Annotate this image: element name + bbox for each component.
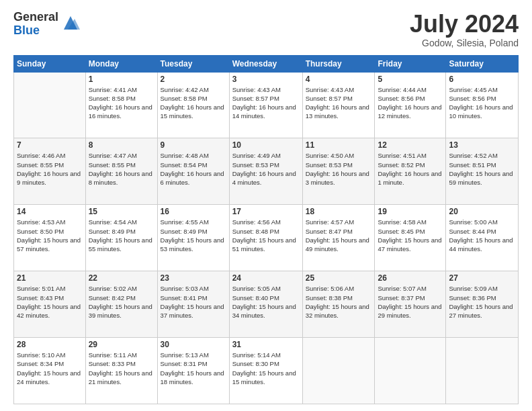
day-info: Sunrise: 4:50 AM Sunset: 8:53 PM Dayligh… [306,151,372,187]
calendar-header-row: Sunday Monday Tuesday Wednesday Thursday… [14,55,519,72]
col-saturday: Saturday [446,55,519,72]
day-number: 28 [17,340,83,349]
table-row: 3Sunrise: 4:43 AM Sunset: 8:57 PM Daylig… [229,72,302,138]
logo: General Blue [13,11,80,38]
day-number: 31 [232,340,300,349]
col-sunday: Sunday [14,55,86,72]
table-row: 23Sunrise: 5:03 AM Sunset: 8:41 PM Dayli… [157,271,229,338]
logo-general-text: General [13,11,58,24]
day-number: 25 [306,273,372,283]
day-number: 18 [306,207,372,216]
page: General Blue July 2024 Godow, Silesia, P… [0,0,532,411]
day-info: Sunrise: 4:41 AM Sunset: 8:58 PM Dayligh… [89,85,154,121]
day-number: 30 [161,340,226,349]
day-number: 13 [449,140,515,150]
day-number: 29 [89,340,154,349]
day-number: 24 [232,273,300,283]
day-info: Sunrise: 5:01 AM Sunset: 8:43 PM Dayligh… [17,284,83,320]
table-row [446,338,519,404]
title-section: July 2024 Godow, Silesia, Poland [410,11,519,48]
day-number: 2 [161,75,226,84]
table-row [302,338,375,404]
day-info: Sunrise: 5:06 AM Sunset: 8:38 PM Dayligh… [306,284,372,320]
col-friday: Friday [375,55,446,72]
day-number: 23 [161,273,226,283]
day-info: Sunrise: 4:43 AM Sunset: 8:57 PM Dayligh… [232,85,300,121]
calendar-table: Sunday Monday Tuesday Wednesday Thursday… [13,55,519,404]
day-number: 22 [89,273,154,283]
table-row: 28Sunrise: 5:10 AM Sunset: 8:34 PM Dayli… [14,338,86,404]
day-number: 16 [161,207,226,216]
table-row: 8Sunrise: 4:47 AM Sunset: 8:55 PM Daylig… [85,138,157,205]
day-number: 7 [17,140,83,150]
day-info: Sunrise: 5:14 AM Sunset: 8:30 PM Dayligh… [232,351,300,386]
day-number: 5 [378,75,443,84]
day-info: Sunrise: 4:51 AM Sunset: 8:52 PM Dayligh… [378,151,443,187]
calendar-week-row: 28Sunrise: 5:10 AM Sunset: 8:34 PM Dayli… [14,338,519,404]
table-row: 31Sunrise: 5:14 AM Sunset: 8:30 PM Dayli… [229,338,302,404]
table-row: 29Sunrise: 5:11 AM Sunset: 8:33 PM Dayli… [85,338,157,404]
day-info: Sunrise: 4:46 AM Sunset: 8:55 PM Dayligh… [17,151,83,187]
day-number: 9 [161,140,226,150]
col-thursday: Thursday [302,55,375,72]
table-row: 10Sunrise: 4:49 AM Sunset: 8:53 PM Dayli… [229,138,302,205]
table-row: 12Sunrise: 4:51 AM Sunset: 8:52 PM Dayli… [375,138,446,205]
col-wednesday: Wednesday [229,55,302,72]
day-info: Sunrise: 4:58 AM Sunset: 8:45 PM Dayligh… [378,218,443,253]
table-row: 16Sunrise: 4:55 AM Sunset: 8:49 PM Dayli… [157,205,229,271]
day-number: 3 [232,75,300,84]
day-number: 20 [449,207,515,216]
day-info: Sunrise: 4:43 AM Sunset: 8:57 PM Dayligh… [306,85,372,121]
table-row: 15Sunrise: 4:54 AM Sunset: 8:49 PM Dayli… [85,205,157,271]
table-row: 22Sunrise: 5:02 AM Sunset: 8:42 PM Dayli… [85,271,157,338]
day-info: Sunrise: 4:54 AM Sunset: 8:49 PM Dayligh… [89,218,154,253]
calendar-week-row: 14Sunrise: 4:53 AM Sunset: 8:50 PM Dayli… [14,205,519,271]
day-number: 27 [449,273,515,283]
day-number: 11 [306,140,372,150]
day-info: Sunrise: 5:02 AM Sunset: 8:42 PM Dayligh… [89,284,154,320]
day-info: Sunrise: 4:45 AM Sunset: 8:56 PM Dayligh… [449,85,515,121]
table-row: 2Sunrise: 4:42 AM Sunset: 8:58 PM Daylig… [157,72,229,138]
day-info: Sunrise: 5:07 AM Sunset: 8:37 PM Dayligh… [378,284,443,320]
table-row: 27Sunrise: 5:09 AM Sunset: 8:36 PM Dayli… [446,271,519,338]
table-row: 26Sunrise: 5:07 AM Sunset: 8:37 PM Dayli… [375,271,446,338]
logo-blue-text: Blue [13,24,58,38]
day-number: 19 [378,207,443,216]
day-number: 1 [89,75,154,84]
day-number: 12 [378,140,443,150]
day-number: 4 [306,75,372,84]
location: Godow, Silesia, Poland [410,38,519,48]
day-info: Sunrise: 4:56 AM Sunset: 8:48 PM Dayligh… [232,218,300,253]
day-info: Sunrise: 4:52 AM Sunset: 8:51 PM Dayligh… [449,151,515,187]
table-row: 6Sunrise: 4:45 AM Sunset: 8:56 PM Daylig… [446,72,519,138]
day-number: 17 [232,207,300,216]
calendar-week-row: 1Sunrise: 4:41 AM Sunset: 8:58 PM Daylig… [14,72,519,138]
table-row: 17Sunrise: 4:56 AM Sunset: 8:48 PM Dayli… [229,205,302,271]
day-info: Sunrise: 5:13 AM Sunset: 8:31 PM Dayligh… [161,351,226,386]
table-row: 9Sunrise: 4:48 AM Sunset: 8:54 PM Daylig… [157,138,229,205]
day-number: 14 [17,207,83,216]
table-row: 21Sunrise: 5:01 AM Sunset: 8:43 PM Dayli… [14,271,86,338]
day-number: 21 [17,273,83,283]
day-info: Sunrise: 5:00 AM Sunset: 8:44 PM Dayligh… [449,218,515,253]
day-info: Sunrise: 4:49 AM Sunset: 8:53 PM Dayligh… [232,151,300,187]
logo-icon [61,13,80,32]
day-info: Sunrise: 5:11 AM Sunset: 8:33 PM Dayligh… [89,351,154,386]
day-number: 26 [378,273,443,283]
day-info: Sunrise: 5:10 AM Sunset: 8:34 PM Dayligh… [17,351,83,386]
calendar-week-row: 21Sunrise: 5:01 AM Sunset: 8:43 PM Dayli… [14,271,519,338]
calendar-week-row: 7Sunrise: 4:46 AM Sunset: 8:55 PM Daylig… [14,138,519,205]
table-row: 13Sunrise: 4:52 AM Sunset: 8:51 PM Dayli… [446,138,519,205]
col-monday: Monday [85,55,157,72]
table-row: 30Sunrise: 5:13 AM Sunset: 8:31 PM Dayli… [157,338,229,404]
table-row: 25Sunrise: 5:06 AM Sunset: 8:38 PM Dayli… [302,271,375,338]
table-row: 24Sunrise: 5:05 AM Sunset: 8:40 PM Dayli… [229,271,302,338]
header: General Blue July 2024 Godow, Silesia, P… [13,11,519,48]
table-row: 19Sunrise: 4:58 AM Sunset: 8:45 PM Dayli… [375,205,446,271]
day-info: Sunrise: 5:03 AM Sunset: 8:41 PM Dayligh… [161,284,226,320]
day-info: Sunrise: 4:47 AM Sunset: 8:55 PM Dayligh… [89,151,154,187]
table-row: 1Sunrise: 4:41 AM Sunset: 8:58 PM Daylig… [85,72,157,138]
day-number: 15 [89,207,154,216]
table-row: 5Sunrise: 4:44 AM Sunset: 8:56 PM Daylig… [375,72,446,138]
day-number: 6 [449,75,515,84]
